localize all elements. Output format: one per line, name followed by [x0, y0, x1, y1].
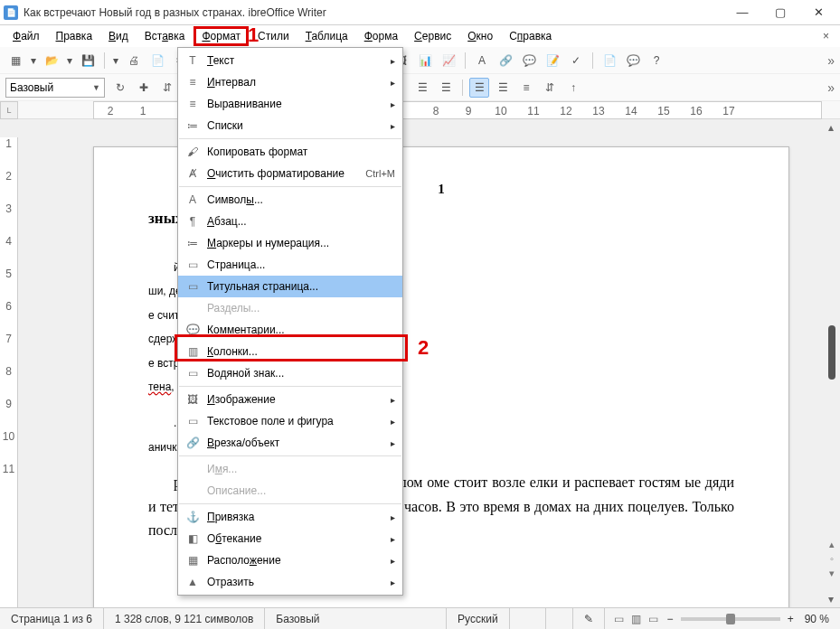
menu-item-20[interactable]: 🔗Врезка/объект▸: [178, 432, 402, 454]
format-button-13[interactable]: ☰: [436, 78, 456, 98]
ruler-corner: L: [0, 101, 18, 119]
menu-icon: ≔: [184, 118, 202, 133]
minimize-button[interactable]: —: [731, 5, 753, 19]
menu-формат[interactable]: Формат: [193, 26, 249, 46]
menu-item-19[interactable]: ▭Текстовое поле и фигура▸: [178, 410, 402, 432]
toolbar-button-18[interactable]: 📊: [415, 51, 435, 70]
format-button-18[interactable]: ↑: [563, 78, 583, 98]
menu-вид[interactable]: Вид: [101, 27, 136, 45]
menu-item-5[interactable]: 🖌Копировать формат: [178, 141, 402, 163]
format-button-12[interactable]: ☰: [412, 78, 432, 98]
toolbar-button-4[interactable]: 💾: [78, 51, 98, 70]
toolbar-button-23[interactable]: 📝: [543, 51, 562, 70]
menu-item-0[interactable]: TТекст▸: [178, 50, 402, 71]
menu-правка[interactable]: Правка: [49, 27, 100, 45]
menu-icon: ▲: [184, 575, 202, 589]
status-wordcount[interactable]: 1 328 слов, 9 121 символов: [104, 608, 265, 629]
menu-окно[interactable]: Окно: [460, 27, 500, 45]
toolbar-button-6[interactable]: 🖨: [124, 51, 144, 70]
toolbar-button-26[interactable]: 💬: [623, 51, 643, 70]
dropdown-arrow-icon[interactable]: ▾: [111, 51, 120, 70]
toolbar-button-24[interactable]: ✓: [566, 51, 586, 70]
menu-стили[interactable]: Стили: [250, 27, 297, 45]
format-button-17[interactable]: ⇵: [540, 78, 560, 98]
menu-item-1[interactable]: ≡Интервал▸: [178, 71, 402, 93]
scroll-up-icon[interactable]: ▴: [826, 121, 836, 134]
status-language[interactable]: Русский: [447, 608, 510, 629]
doc-close-button[interactable]: ×: [817, 30, 835, 42]
dropdown-arrow-icon[interactable]: ▾: [29, 51, 38, 70]
toolbar-button-2[interactable]: 📂: [42, 51, 61, 70]
menu-item-26[interactable]: ◧Обтекание▸: [178, 528, 402, 549]
scroll-thumb[interactable]: [828, 325, 835, 380]
menu-bar: ФайлПравкаВидВставкаФорматСтилиТаблицаФо…: [0, 25, 840, 47]
menu-item-9[interactable]: ¶Абзац...: [178, 211, 402, 232]
zoom-out-icon[interactable]: −: [667, 613, 674, 625]
vertical-scrollbar[interactable]: ▴ ▾: [826, 119, 838, 607]
menu-item-11[interactable]: ▭Страница...: [178, 254, 402, 276]
submenu-arrow-icon: ▸: [391, 438, 395, 448]
vertical-ruler[interactable]: 1234567891011: [0, 137, 18, 607]
toolbar-overflow-icon[interactable]: »: [827, 80, 835, 95]
menu-label: Списки: [207, 119, 391, 132]
toolbar-button-21[interactable]: 🔗: [496, 51, 515, 70]
menu-icon: Ⱥ: [184, 166, 202, 181]
menu-вставка[interactable]: Вставка: [137, 27, 193, 45]
zoom-in-icon[interactable]: +: [788, 613, 794, 625]
toolbar-overflow-icon[interactable]: »: [827, 53, 835, 68]
maximize-button[interactable]: ▢: [769, 5, 791, 19]
format-button-16[interactable]: ≡: [516, 78, 536, 98]
menu-item-28[interactable]: ▲Отразить▸: [178, 571, 402, 593]
menu-label: Очистить форматирование: [207, 167, 356, 180]
zoom-slider[interactable]: [681, 617, 780, 621]
menu-item-6[interactable]: ȺОчистить форматированиеCtrl+M: [178, 163, 402, 184]
menu-файл[interactable]: Файл: [5, 27, 47, 45]
menu-сервис[interactable]: Сервис: [407, 27, 458, 45]
toolbar-button-19[interactable]: 📈: [439, 51, 458, 70]
menu-item-27[interactable]: ▦Расположение▸: [178, 549, 402, 571]
status-insert-mode[interactable]: [510, 608, 546, 629]
menu-label: Изображение: [207, 393, 391, 406]
format-button-2[interactable]: ⇵: [157, 78, 177, 98]
menu-icon: ⚓: [184, 510, 202, 524]
format-button-0[interactable]: ↻: [110, 78, 130, 98]
paragraph-style-select[interactable]: Базовый ▼: [5, 78, 105, 98]
format-button-15[interactable]: ☰: [493, 78, 513, 98]
zoom-knob[interactable]: [726, 614, 735, 624]
menu-item-10[interactable]: ≔Маркеры и нумерация...: [178, 232, 402, 254]
status-page[interactable]: Страница 1 из 6: [0, 608, 104, 629]
menu-item-18[interactable]: 🖼Изображение▸: [178, 389, 402, 410]
status-selection-mode[interactable]: [546, 608, 573, 629]
toolbar-button-0[interactable]: ▦: [5, 51, 25, 70]
scroll-down-icon[interactable]: ▾: [826, 593, 836, 606]
menu-icon: ▭: [184, 414, 202, 428]
menu-справка[interactable]: Справка: [502, 27, 559, 45]
menu-форма[interactable]: Форма: [357, 27, 405, 45]
toolbar-button-25[interactable]: 📄: [599, 51, 619, 70]
paragraph-style-value: Базовый: [10, 81, 53, 94]
dropdown-arrow-icon[interactable]: ▾: [65, 51, 74, 70]
status-signature-icon[interactable]: ✎: [573, 608, 605, 629]
status-zoom[interactable]: 90 %: [794, 608, 840, 629]
toolbar-button-27[interactable]: ?: [647, 51, 666, 70]
format-button-14[interactable]: ☰: [469, 78, 489, 98]
menu-item-2[interactable]: ≡Выравнивание▸: [178, 93, 402, 115]
status-style[interactable]: Базовый: [265, 608, 447, 629]
format-button-1[interactable]: ✚: [134, 78, 154, 98]
menu-item-3[interactable]: ≔Списки▸: [178, 115, 402, 136]
menu-item-15[interactable]: ▥Колонки...: [178, 341, 402, 362]
menu-таблица[interactable]: Таблица: [298, 27, 355, 45]
status-view-icons[interactable]: ▭▥▭: [605, 613, 667, 625]
menu-item-14[interactable]: 💬Комментарии...: [178, 319, 402, 341]
menu-item-12[interactable]: ▭Титульная страница...: [178, 276, 402, 297]
toolbar-button-20[interactable]: A: [472, 51, 492, 70]
page-nav-icons[interactable]: ▴◦▾: [826, 537, 838, 580]
submenu-arrow-icon: ▸: [391, 121, 395, 131]
close-button[interactable]: ✕: [807, 5, 829, 19]
toolbar-button-7[interactable]: 📄: [147, 51, 167, 70]
menu-icon: [184, 483, 202, 498]
menu-item-25[interactable]: ⚓Привязка▸: [178, 506, 402, 528]
menu-item-8[interactable]: AСимволы...: [178, 189, 402, 211]
toolbar-button-22[interactable]: 💬: [519, 51, 539, 70]
menu-item-16[interactable]: ▭Водяной знак...: [178, 362, 402, 384]
